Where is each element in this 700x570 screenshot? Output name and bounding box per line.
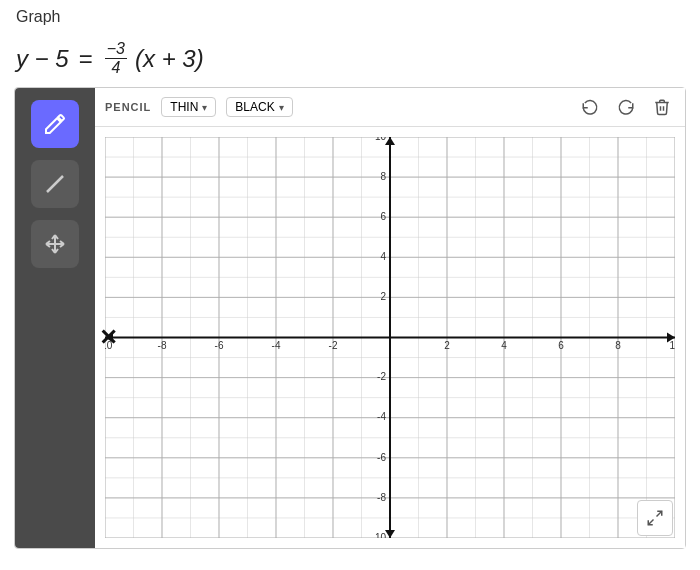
equation-equals: =: [79, 45, 93, 73]
svg-line-2: [648, 520, 653, 525]
pencil-label: PENCIL: [105, 101, 151, 113]
graph-container: PENCIL THIN ▾ BLACK ▾: [14, 87, 686, 549]
left-toolbar: [15, 88, 95, 548]
equation-fraction: −3 4: [105, 40, 127, 77]
black-chevron-icon: ▾: [279, 102, 284, 113]
redo-button[interactable]: [613, 94, 639, 120]
expand-button[interactable]: [637, 500, 673, 536]
graph-main: PENCIL THIN ▾ BLACK ▾: [95, 88, 685, 548]
pencil-tool-button[interactable]: [31, 100, 79, 148]
graph-area[interactable]: ✕: [95, 127, 685, 548]
delete-button[interactable]: [649, 94, 675, 120]
page-title: Graph: [0, 0, 700, 34]
grid-canvas: [105, 137, 675, 538]
fraction-denominator: 4: [109, 59, 122, 77]
line-tool-button[interactable]: [31, 160, 79, 208]
equation-display: y − 5 = −3 4 (x + 3): [0, 34, 700, 87]
undo-button[interactable]: [577, 94, 603, 120]
fraction-numerator: −3: [105, 40, 127, 59]
thin-chevron-icon: ▾: [202, 102, 207, 113]
equation-left: y − 5: [16, 45, 69, 73]
x-marker: ✕: [99, 325, 117, 351]
graph-toolbar: PENCIL THIN ▾ BLACK ▾: [95, 88, 685, 127]
equation-right: (x + 3): [135, 45, 204, 73]
svg-line-0: [47, 176, 63, 192]
svg-line-1: [657, 511, 662, 516]
thin-select[interactable]: THIN ▾: [161, 97, 216, 117]
black-select[interactable]: BLACK ▾: [226, 97, 292, 117]
move-tool-button[interactable]: [31, 220, 79, 268]
